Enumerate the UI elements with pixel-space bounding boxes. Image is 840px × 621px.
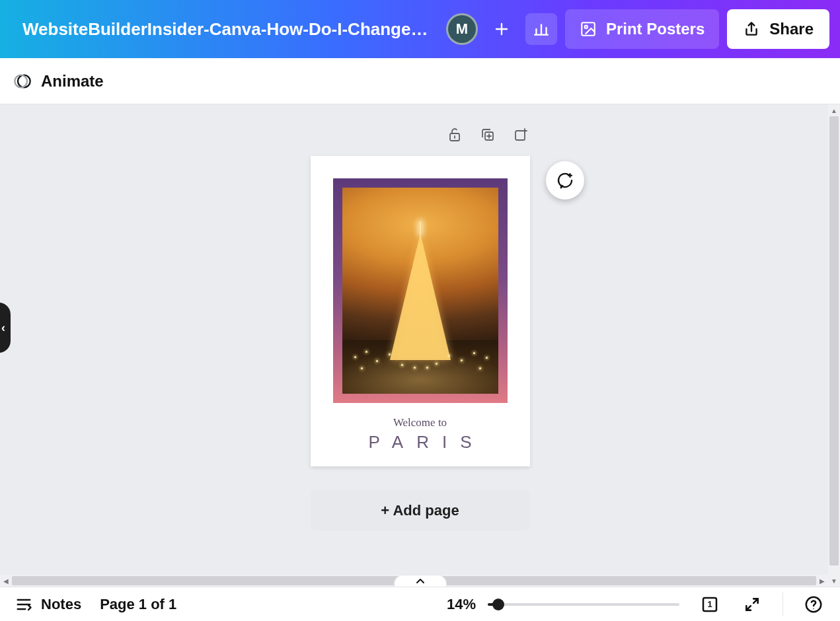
scroll-right-icon[interactable]: ▶ xyxy=(816,575,828,587)
vertical-scrollbar[interactable]: ▲ ▼ xyxy=(828,104,840,587)
add-page-button[interactable]: + Add page xyxy=(311,490,530,531)
poster-city-text: PARIS xyxy=(355,432,484,453)
add-collaborator-button[interactable] xyxy=(486,13,517,45)
canvas-area: Welcome to PARIS + Add page ▲ ▼ ◀ ▶ xyxy=(0,104,840,587)
page-indicator[interactable]: Page 1 of 1 xyxy=(100,596,176,613)
design-page[interactable]: Welcome to PARIS xyxy=(311,156,530,466)
chevron-up-icon xyxy=(415,577,426,585)
image-icon xyxy=(580,20,597,38)
animate-icon xyxy=(13,72,32,91)
svg-point-3 xyxy=(15,75,27,87)
duplicate-icon xyxy=(480,127,496,143)
notes-button[interactable]: Notes xyxy=(15,595,81,614)
zoom-percent[interactable]: 14% xyxy=(436,596,476,613)
scroll-down-icon[interactable]: ▼ xyxy=(828,575,840,587)
zoom-controls: 14% xyxy=(436,596,679,613)
context-toolbar: Animate xyxy=(0,58,840,104)
notes-icon xyxy=(15,595,33,614)
lock-page-button[interactable] xyxy=(445,126,464,144)
scroll-up-icon[interactable]: ▲ xyxy=(828,104,840,116)
svg-point-2 xyxy=(18,75,30,87)
animate-button[interactable]: Animate xyxy=(13,72,104,91)
add-page-icon xyxy=(513,127,529,143)
svg-point-1 xyxy=(584,26,587,28)
poster-frame xyxy=(333,178,508,403)
page-tools xyxy=(311,126,530,144)
animate-label: Animate xyxy=(41,72,104,91)
zoom-slider[interactable] xyxy=(488,597,679,612)
print-posters-label: Print Posters xyxy=(606,20,705,38)
fullscreen-icon xyxy=(744,596,761,613)
duplicate-page-button[interactable] xyxy=(478,126,497,144)
side-panel-toggle[interactable] xyxy=(0,303,11,353)
svg-rect-6 xyxy=(515,131,525,140)
add-page-icon-button[interactable] xyxy=(512,126,530,144)
timeline-expand-handle[interactable] xyxy=(394,575,447,587)
scroll-left-icon[interactable]: ◀ xyxy=(0,575,12,587)
grid-view-badge: 1 xyxy=(707,599,712,609)
poster-photo xyxy=(342,188,498,394)
svg-point-9 xyxy=(813,608,814,609)
insights-button[interactable] xyxy=(525,13,557,45)
divider xyxy=(783,593,783,616)
magic-comment-icon xyxy=(555,170,575,190)
add-page-label: + Add page xyxy=(381,502,459,519)
export-icon xyxy=(743,20,760,38)
top-bar: WebsiteBuilderInsider-Canva-How-Do-I-Cha… xyxy=(0,0,840,58)
print-posters-button[interactable]: Print Posters xyxy=(565,9,719,49)
share-label: Share xyxy=(769,20,814,38)
help-button[interactable] xyxy=(802,593,825,616)
plus-icon xyxy=(494,21,510,37)
poster-welcome-text: Welcome to xyxy=(393,416,447,429)
help-icon xyxy=(804,595,823,614)
share-button[interactable]: Share xyxy=(727,9,829,49)
bar-chart-icon xyxy=(533,20,550,38)
grid-view-button[interactable]: 1 xyxy=(698,593,722,616)
fullscreen-button[interactable] xyxy=(740,593,764,616)
notes-label: Notes xyxy=(41,596,81,613)
bottom-bar: Notes Page 1 of 1 14% 1 xyxy=(0,587,840,621)
user-avatar[interactable]: M xyxy=(446,13,478,45)
document-title[interactable]: WebsiteBuilderInsider-Canva-How-Do-I-Cha… xyxy=(22,19,433,40)
vscroll-thumb[interactable] xyxy=(829,116,839,566)
unlock-icon xyxy=(447,127,463,143)
magic-comment-button[interactable] xyxy=(546,161,584,200)
